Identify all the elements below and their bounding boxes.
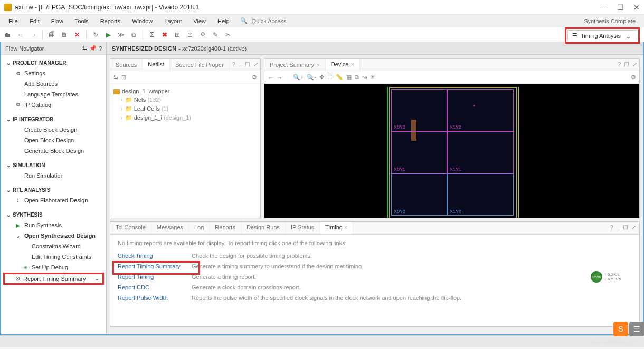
ruler-icon[interactable]: 📏 [336,74,343,81]
panel-min-icon[interactable]: _ [239,61,242,68]
tree-node[interactable]: 📁 Nets (132) [113,95,257,104]
step-icon[interactable]: ≫ [116,30,126,40]
collapse-icon[interactable]: ⇆ [82,45,87,52]
flownav-item[interactable]: Add Sources [1,79,106,89]
bottom-tab[interactable]: Tcl Console [110,222,151,234]
pin-icon[interactable]: 📌 [89,45,97,52]
close-icon[interactable]: × [343,224,347,230]
gear-icon[interactable]: ⚙ [631,74,636,81]
menu-edit[interactable]: Edit [24,16,45,26]
bottom-tab[interactable]: Messages [151,222,189,234]
panel-max-icon[interactable]: ☐ [624,61,629,68]
help-icon[interactable]: ? [99,45,102,52]
clear-icon[interactable]: ✖ [160,30,169,40]
device-canvas[interactable]: X0Y2X1Y2X0Y1X1Y1X0Y0X1Y0 [264,84,639,218]
close-icon[interactable]: ✕ [633,3,640,12]
flownav-item[interactable]: ›Open Elaborated Design [1,195,106,206]
device-region[interactable]: X1Y0 [447,173,514,216]
run-icon[interactable]: ▶ [103,30,113,40]
build-icon[interactable]: ⧉ [129,30,138,40]
timing-link[interactable]: Report Timing [118,274,192,280]
tree-node[interactable]: 📁 design_1_i (design_1) [113,113,257,122]
close-icon[interactable]: × [316,62,319,68]
workspace-dropdown[interactable]: ☰ Timing Analysis ⌄ [565,27,640,44]
flownav-group-1[interactable]: IP INTEGRATOR [1,114,106,124]
assist-icon-a[interactable]: S [613,322,628,336]
flownav-item[interactable]: Open Block Design [1,135,106,146]
menu-layout[interactable]: Layout [159,16,187,26]
paste-icon[interactable]: 🗎 [60,30,69,40]
flownav-report-timing-summary[interactable]: ⊘Report Timing Summary⌄ [3,273,104,285]
flownav-group-0[interactable]: PROJECT MANAGER [1,58,106,68]
fit-icon[interactable]: ✥ [319,74,324,81]
tab-source-file-props[interactable]: Source File Proper [170,60,230,70]
cancel-icon[interactable]: ✕ [72,30,82,40]
bottom-tab[interactable]: Log [189,222,210,234]
flownav-subitem[interactable]: ✳Set Up Debug [1,262,106,273]
quick-access-input[interactable] [250,17,334,25]
panel-help-icon[interactable]: ? [610,224,613,231]
assist-floater[interactable]: S ☰ [613,322,644,336]
device-region[interactable]: X0Y1 [391,131,447,173]
sigma-icon[interactable]: Σ [147,30,157,40]
panel-dock-icon[interactable]: ⤢ [253,61,258,68]
tool-a-icon[interactable]: ⊞ [173,30,182,40]
flownav-item[interactable]: Generate Block Design [1,146,106,156]
flownav-item[interactable]: ⧉IP Catalog [1,100,106,110]
timing-link[interactable]: Report Timing Summary [118,263,192,269]
timing-link[interactable]: Report CDC [118,284,192,290]
refresh-icon[interactable]: ↻ [91,30,100,40]
device-region[interactable]: X1Y2 [447,89,514,131]
tree-root[interactable]: design_1_wrapper [113,87,257,95]
tool-b-icon[interactable]: ⊡ [185,30,195,40]
panel-max-icon[interactable]: ☐ [245,61,250,68]
nav-fwd-icon[interactable]: → [277,74,282,81]
flownav-item[interactable]: ⚙Settings [1,68,106,79]
maximize-icon[interactable]: ☐ [617,3,624,12]
select-icon[interactable]: ☐ [327,74,333,81]
menu-tools[interactable]: Tools [70,16,94,26]
flownav-item[interactable]: Language Templates [1,89,106,100]
layer-icon[interactable]: ⧉ [355,74,359,81]
new-icon[interactable]: 🖿 [3,30,13,40]
device-region[interactable]: X0Y2 [391,89,447,131]
bottom-tab[interactable]: Design Runs [241,222,286,234]
grid-icon[interactable]: ▦ [346,74,352,81]
tab-project-summary[interactable]: Project Summary× [264,60,326,70]
tab-sources[interactable]: Sources [110,60,143,70]
minimize-icon[interactable]: — [600,3,608,12]
device-region[interactable]: X0Y0 [391,173,447,216]
flownav-item[interactable]: ▶Run Synthesis [1,220,106,230]
tool-d-icon[interactable]: ✎ [211,30,220,40]
forward-icon[interactable]: → [29,30,38,40]
flownav-item[interactable]: Run Simulation [1,170,106,181]
panel-min-icon[interactable]: _ [617,224,620,231]
flownav-group-3[interactable]: RTL ANALYSIS [1,185,106,195]
timing-link[interactable]: Check Timing [118,253,192,259]
panel-dock-icon[interactable]: ⤢ [632,61,637,68]
bottom-tab[interactable]: Timing × [320,222,353,234]
panel-max-icon[interactable]: ☐ [623,224,628,231]
flownav-item[interactable]: ⌄Open Synthesized Design [1,230,106,241]
gear-icon[interactable]: ⚙ [252,74,257,81]
bottom-tab[interactable]: Reports [210,222,241,234]
menu-flow[interactable]: Flow [46,16,69,26]
highlight-icon[interactable]: ☀ [370,74,375,81]
menu-view[interactable]: View [188,16,211,26]
tree-expand-icon[interactable]: ⊞ [121,74,126,81]
flownav-subitem[interactable]: Constraints Wizard [1,241,106,251]
close-icon[interactable]: × [351,61,354,67]
flownav-item[interactable]: Create Block Design [1,124,106,135]
menu-window[interactable]: Window [127,16,158,26]
menu-file[interactable]: File [3,16,23,26]
tab-device[interactable]: Device× [326,59,360,71]
tree-collapse-icon[interactable]: ⇆ [113,74,118,81]
route-icon[interactable]: ↝ [362,74,367,81]
open-icon[interactable]: ← [16,30,25,40]
tree-node[interactable]: 📁 Leaf Cells (1) [113,104,257,113]
timing-link[interactable]: Report Pulse Width [118,295,192,301]
panel-dock-icon[interactable]: ⤢ [631,224,636,231]
device-region[interactable]: X1Y1 [447,131,514,173]
tab-netlist[interactable]: Netlist [143,59,170,71]
menu-help[interactable]: Help [212,16,235,26]
